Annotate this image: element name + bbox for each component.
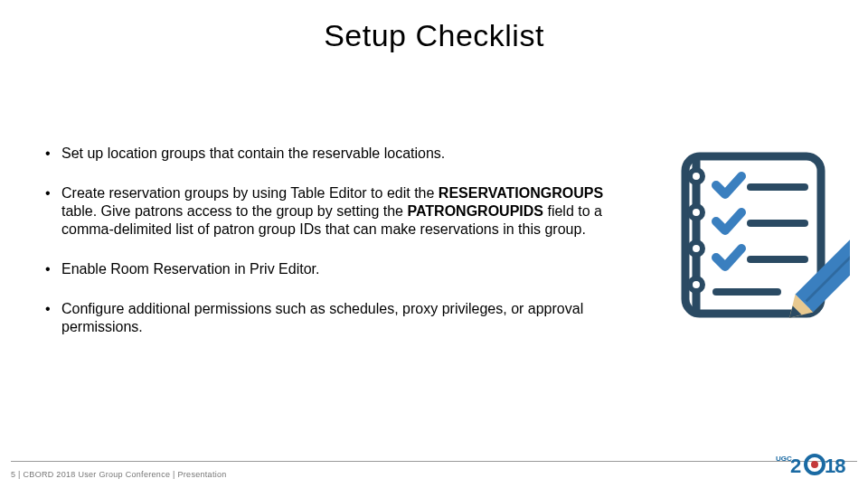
bullet-text: Configure additional permissions such as…	[61, 301, 583, 334]
bold-term: RESERVATIONGROUPS	[439, 185, 603, 201]
svg-point-17	[811, 461, 818, 468]
conference-logo: UGC 2 18	[774, 452, 854, 475]
bullet-item: Create reservation groups by using Table…	[45, 184, 624, 239]
bullet-list: Set up location groups that contain the …	[45, 145, 624, 336]
bullet-text: Create reservation groups by using Table…	[61, 185, 439, 201]
footer-text: 5 | CBORD 2018 User Group Conference | P…	[11, 470, 227, 479]
svg-point-5	[690, 278, 703, 291]
bullet-item: Enable Room Reservation in Priv Editor.	[45, 260, 624, 278]
svg-point-4	[690, 242, 703, 255]
svg-text:2: 2	[790, 455, 801, 475]
svg-point-3	[690, 206, 703, 219]
bullet-text: Set up location groups that contain the …	[61, 145, 445, 161]
footer-caption: CBORD 2018 User Group Conference | Prese…	[24, 470, 227, 479]
svg-text:18: 18	[825, 455, 845, 475]
slide-title: Setup Checklist	[0, 18, 868, 53]
footer-sep: |	[15, 470, 23, 479]
bold-term: PATRONGROUPIDS	[407, 203, 543, 219]
footer-divider	[11, 461, 857, 462]
checklist-icon	[660, 140, 850, 330]
content-area: Set up location groups that contain the …	[45, 145, 624, 358]
bullet-item: Set up location groups that contain the …	[45, 145, 624, 163]
bullet-item: Configure additional permissions such as…	[45, 300, 624, 336]
slide: Setup Checklist Set up location groups t…	[0, 0, 868, 488]
bullet-text: Enable Room Reservation in Priv Editor.	[61, 261, 319, 277]
svg-point-2	[690, 170, 703, 183]
bullet-text: table. Give patrons access to the group …	[61, 203, 407, 219]
